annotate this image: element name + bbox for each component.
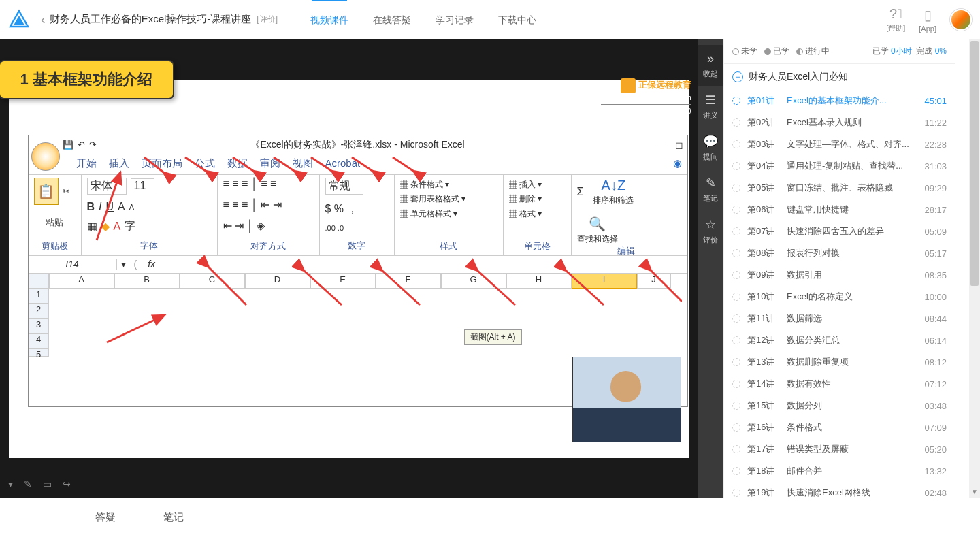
chat-icon: 💬 (703, 134, 718, 149)
pen-icon[interactable]: ✎ (24, 478, 32, 489)
note-icon[interactable]: ▭ (43, 478, 52, 489)
fill-color-icon: ◆ (101, 220, 110, 233)
lesson-number: 第05讲 (747, 182, 780, 194)
app-header: ‹ 财务人员工作必备的Excel操作技巧-课程讲座 [评价] 视频课件 在线答疑… (0, 0, 980, 39)
status-dot-icon (732, 293, 740, 301)
ribbon-tab-formula: 公式 (195, 157, 215, 170)
rail-handout[interactable]: ☰讲义 (698, 86, 723, 127)
rail-question[interactable]: 💬提问 (698, 127, 723, 169)
rail-notes[interactable]: ✎笔记 (698, 169, 723, 210)
lesson-title: 窗口冻结、批注、表格隐藏 (787, 182, 910, 194)
scroll-thumb[interactable] (970, 41, 979, 286)
lesson-item[interactable]: 第09讲 数据引用 08:35 (724, 264, 955, 286)
lesson-title: 错误类型及屏蔽 (787, 443, 910, 455)
evaluate-link[interactable]: [评价] (257, 14, 278, 25)
status-dot-icon (732, 184, 740, 192)
lesson-item[interactable]: 第13讲 数据删除重复项 08:12 (724, 351, 955, 373)
back-icon[interactable]: ‹ (41, 12, 46, 27)
lesson-item[interactable]: 第19讲 快速消除Excel网格线 02:48 (724, 482, 955, 498)
lesson-number: 第02讲 (747, 116, 780, 129)
lesson-item[interactable]: 第02讲 Excel基本录入规则 11:22 (724, 112, 955, 133)
lesson-number: 第01讲 (747, 95, 780, 107)
lesson-item[interactable]: 第01讲 Excel的基本框架功能介... 45:01 (724, 90, 955, 112)
lesson-duration: 45:01 (917, 96, 947, 106)
rail-collapse[interactable]: »收起 (698, 45, 723, 86)
paste-label: 粘贴 (34, 216, 76, 229)
lesson-item[interactable]: 第18讲 邮件合并 13:32 (724, 460, 955, 482)
lesson-item[interactable]: 第17讲 错误类型及屏蔽 05:20 (724, 438, 955, 460)
lesson-item[interactable]: 第11讲 数据筛选 08:44 (724, 308, 955, 329)
right-panel: 未学 已学 进行中 已学 0小时 完成 0% − 财务人员Excel入门必知 第… (723, 39, 955, 498)
cut-icon: ✂ (63, 186, 69, 196)
lesson-title: 数据分列 (787, 400, 910, 412)
lesson-number: 第08讲 (747, 247, 780, 259)
lesson-item[interactable]: 第15讲 数据分列 03:48 (724, 395, 955, 417)
lesson-duration: 08:44 (917, 314, 947, 324)
lesson-duration: 10:00 (917, 292, 947, 302)
lesson-duration: 07:09 (917, 423, 947, 433)
course-title: 财务人员工作必备的Excel操作技巧-课程讲座 (50, 13, 252, 26)
tab-qa[interactable]: 在线答疑 (361, 0, 423, 39)
tab-download[interactable]: 下载中心 (486, 0, 549, 39)
group-font: 字体 (87, 240, 212, 252)
lesson-duration: 31:03 (917, 161, 947, 172)
site-logo-icon[interactable] (7, 7, 31, 32)
status-dot-icon (732, 380, 740, 388)
office-button-icon (31, 142, 60, 171)
lesson-item[interactable]: 第08讲 报表行列对换 05:17 (724, 242, 955, 264)
status-dot-icon (732, 489, 740, 497)
lesson-item[interactable]: 第05讲 窗口冻结、批注、表格隐藏 09:29 (724, 177, 955, 199)
section-title[interactable]: − 财务人员Excel入门必知 (724, 64, 955, 90)
ribbon-body: 📋✂ 粘贴 剪贴板 宋体11 B I U A A ▦ ◆ A 字 字体 ≡ ≡ … (29, 174, 687, 256)
lesson-item[interactable]: 第04讲 通用处理-复制粘贴、查找替... 31:03 (724, 155, 955, 177)
header-right: ?⃝[帮助] ▯[App] (886, 6, 972, 33)
maximize-icon: ◻ (675, 140, 683, 150)
help-button[interactable]: ?⃝[帮助] (886, 6, 905, 33)
lesson-duration: 22:28 (917, 140, 947, 150)
lesson-duration: 07:12 (917, 379, 947, 389)
bottom-tab-qa[interactable]: 答疑 (95, 511, 116, 524)
lesson-title: 邮件合并 (787, 465, 910, 477)
page-scrollbar[interactable]: ▲ ▼ (969, 39, 980, 498)
list-icon: ☰ (705, 93, 716, 108)
lesson-title: Excel的名称定义 (787, 291, 910, 303)
lesson-number: 第07讲 (747, 225, 780, 238)
status-dot-icon (732, 402, 740, 410)
lesson-item[interactable]: 第12讲 数据分类汇总 06:14 (724, 329, 955, 351)
user-avatar[interactable] (950, 9, 972, 31)
status-dot-icon (732, 358, 740, 366)
lesson-item[interactable]: 第10讲 Excel的名称定义 10:00 (724, 286, 955, 308)
status-dot-icon (732, 162, 740, 170)
scroll-down-icon[interactable]: ▼ (969, 487, 980, 498)
lesson-duration: 05:20 (917, 444, 947, 455)
excel-titlebar: 💾↶↷ 《Excel的财务实战》-张泽锋.xlsx - Microsoft Ex… (29, 135, 687, 154)
excel-help-icon: ◉ (673, 157, 682, 170)
lesson-item[interactable]: 第16讲 条件格式 07:09 (724, 417, 955, 438)
lesson-list[interactable]: 第01讲 Excel的基本框架功能介... 45:01 第02讲 Excel基本… (724, 90, 955, 498)
app-button[interactable]: ▯[App] (919, 7, 936, 33)
lesson-number: 第15讲 (747, 400, 780, 412)
marker-icon[interactable]: ▾ (8, 478, 13, 489)
lesson-number: 第12讲 (747, 334, 780, 346)
lesson-duration: 05:09 (917, 227, 947, 237)
lesson-item[interactable]: 第03讲 文字处理—字体、格式、对齐... 22:28 (724, 133, 955, 155)
bottom-tab-notes[interactable]: 笔记 (163, 511, 184, 524)
status-dot-icon (732, 140, 740, 148)
save-icon: 💾 (63, 140, 74, 150)
lesson-item[interactable]: 第14讲 数据有效性 07:12 (724, 373, 955, 395)
lesson-number: 第04讲 (747, 160, 780, 172)
share-icon[interactable]: ↪ (63, 478, 71, 489)
tab-record[interactable]: 学习记录 (423, 0, 486, 39)
lesson-item[interactable]: 第06讲 键盘常用快捷键 28:17 (724, 199, 955, 221)
sort-icon: A↓Z (602, 178, 626, 193)
lesson-title: 数据有效性 (787, 378, 910, 390)
selected-column: I (572, 274, 637, 289)
rail-rate[interactable]: ☆评价 (698, 210, 723, 252)
video-zone: 1 基本框架功能介绍 正保远程教育 www.cdeledu.com 美国纽交所上… (0, 39, 698, 498)
tab-video[interactable]: 视频课件 (298, 0, 361, 39)
video-content[interactable]: 1 基本框架功能介绍 正保远程教育 www.cdeledu.com 美国纽交所上… (0, 39, 698, 471)
paste-icon: 📋 (34, 178, 59, 205)
font-color-icon: A (114, 221, 121, 233)
cond-format-icon: ▦ (400, 180, 408, 189)
lesson-item[interactable]: 第07讲 快速消除四舍五入的差异 05:09 (724, 221, 955, 242)
